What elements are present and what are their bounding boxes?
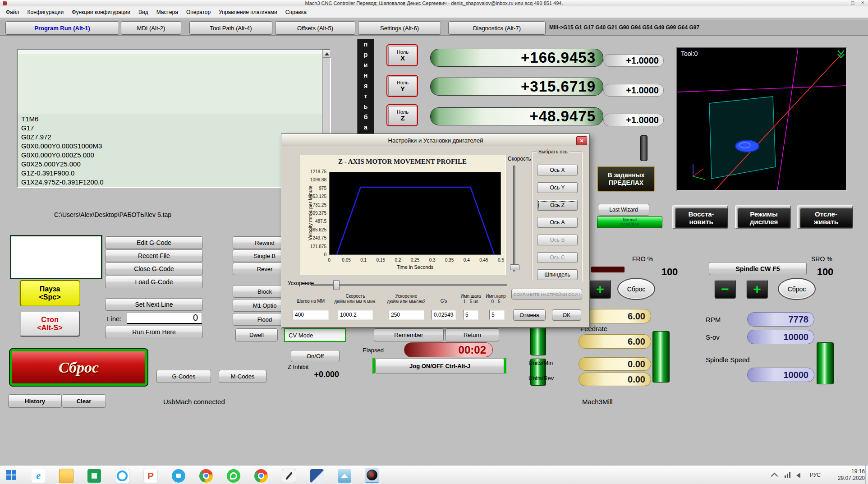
spindle-minus-button[interactable]: −	[714, 280, 736, 299]
line-number-field[interactable]: 0	[127, 312, 202, 324]
accept-axis-strip[interactable]: п р и н я т ь б а	[357, 39, 374, 134]
spindle-plus-button[interactable]: +	[746, 280, 768, 299]
axis-b-button[interactable]: Ось B	[537, 235, 578, 245]
menu-config[interactable]: Конфигурации	[23, 8, 68, 17]
follow-button[interactable]: Отсле- живать	[799, 207, 853, 228]
feed-plus-button[interactable]: +	[589, 280, 611, 299]
fro-value[interactable]: 100	[654, 266, 685, 278]
set-next-line-button[interactable]: Set Next Line	[105, 298, 203, 311]
dro-z-value[interactable]: +48.9475	[430, 107, 603, 125]
taskbar-mach3-icon-active[interactable]	[365, 468, 379, 483]
rpm-display[interactable]: 7778	[747, 312, 814, 327]
minimize-icon[interactable]: —	[840, 0, 845, 5]
accel-slider-thumb[interactable]	[333, 280, 340, 290]
taskbar-chrome-icon-2[interactable]	[254, 469, 268, 483]
axis-x-button[interactable]: Ось X	[537, 165, 578, 175]
toolpath-display[interactable]: Tool:0	[676, 47, 847, 191]
dialog-title-bar[interactable]: Настройки и Установки двигателей ✕	[282, 135, 589, 146]
units-min-display[interactable]: 0.00	[579, 357, 651, 371]
taskbar-blue-app-icon[interactable]	[310, 469, 324, 483]
taskbar-graphics-app-icon[interactable]	[282, 469, 296, 483]
dro-x-scale[interactable]: +1.0000	[603, 54, 664, 67]
zero-z-button[interactable]: НольZ	[386, 104, 418, 126]
clear-button[interactable]: Clear	[62, 394, 106, 408]
jog-toggle-button[interactable]: Jog ON/OFF Ctrl-Alt-J	[375, 359, 505, 373]
m-codes-button[interactable]: M-Codes	[219, 370, 266, 383]
start-button[interactable]	[6, 470, 16, 480]
dwell-button[interactable]: Dwell	[235, 328, 278, 341]
taskbar-green-app-icon[interactable]	[87, 469, 101, 483]
velocity-input[interactable]	[338, 310, 373, 320]
gcode-line[interactable]: G1Z-0.391F900.0	[18, 169, 323, 178]
tray-expand-caret[interactable]	[771, 473, 778, 480]
display-mode-button[interactable]: Режимы дисплея	[737, 207, 790, 228]
spindle-axis-button[interactable]: Шпиндель	[537, 269, 578, 280]
ok-button[interactable]: OK	[552, 309, 581, 321]
gcode-line[interactable]: G0X25.000Y25.000	[18, 160, 323, 169]
save-axis-settings-button[interactable]: СОХРАНИТЕ НАСТРОЙКИ ОСИ !	[511, 289, 582, 300]
tab-diagnostics[interactable]: Diagnostics (Alt-7)	[448, 21, 546, 35]
maximize-icon[interactable]: ▢	[850, 0, 854, 5]
tray-language[interactable]: РУС	[810, 472, 821, 478]
menu-plugin-control[interactable]: Управление плагинами	[215, 8, 281, 17]
tray-clock[interactable]: 19:16 29.07.2020	[829, 468, 865, 482]
axis-c-button[interactable]: Ось C	[537, 252, 578, 263]
dro-z-scale[interactable]: +1.0000	[603, 114, 664, 126]
tab-settings[interactable]: Settings (Alt-6)	[358, 21, 441, 35]
velocity-slider-track[interactable]	[513, 166, 515, 272]
gcode-listing[interactable]: T1M6 G17 G0Z7.972 G0X0.000Y0.000S1000M3 …	[18, 115, 323, 187]
spindle-speed-display[interactable]: 10000	[747, 368, 814, 382]
close-gcode-button[interactable]: Close G-Code	[105, 263, 203, 275]
show-desktop-sliver[interactable]	[865, 466, 868, 484]
gcode-line[interactable]: G0Z7.972	[18, 133, 323, 142]
dro-y-scale[interactable]: +1.0000	[603, 84, 664, 97]
onoff-button[interactable]: On/Off	[291, 350, 340, 362]
sov-display[interactable]: 10000	[747, 330, 814, 344]
taskbar-explorer-icon[interactable]	[59, 469, 73, 483]
stop-button[interactable]: Стоп <Alt-S>	[19, 310, 80, 337]
steps-per-mm-input[interactable]	[293, 310, 329, 320]
tray-network-icon[interactable]	[785, 472, 790, 478]
accel-slider-track[interactable]	[311, 284, 507, 286]
taskbar-chrome-icon[interactable]	[199, 469, 213, 483]
edit-gcode-button[interactable]: Edit G-Code	[105, 236, 203, 249]
axis-z-button[interactable]: Ось Z	[537, 200, 578, 211]
sro-value[interactable]: 100	[809, 266, 841, 278]
remember-button[interactable]: Remember	[374, 328, 444, 341]
step-pulse-input[interactable]	[463, 310, 478, 320]
axis-y-button[interactable]: Ось Y	[537, 182, 578, 193]
menu-config-functions[interactable]: Функции конфигурации	[68, 8, 134, 17]
taskbar-p-app-icon[interactable]: P	[143, 469, 158, 483]
taskbar-ie-icon[interactable]: e	[32, 469, 45, 483]
menu-wizards[interactable]: Мастера	[152, 8, 182, 17]
pause-button[interactable]: Пауза <Spc>	[19, 280, 80, 306]
cancel-button[interactable]: Отмена	[513, 309, 546, 321]
soft-limits-button[interactable]: В заданных ПРЕДЕЛАХ	[597, 166, 655, 192]
tab-program-run[interactable]: Program Run (Alt-1)	[5, 21, 119, 35]
tray-volume-icon[interactable]	[796, 473, 800, 478]
last-wizard-button[interactable]: Last Wizard	[598, 204, 649, 216]
run-from-here-button[interactable]: Run From Here	[105, 326, 203, 338]
close-icon[interactable]: ✕	[861, 0, 864, 5]
zero-x-button[interactable]: НольX	[386, 44, 418, 66]
tab-offsets[interactable]: Offsets (Alt-5)	[275, 21, 355, 35]
gcode-line[interactable]: G0X0.000Y0.000Z5.000	[18, 151, 323, 160]
recent-file-button[interactable]: Recent File	[105, 249, 203, 262]
reset-button[interactable]: Сброс	[10, 349, 147, 386]
dir-pulse-input[interactable]	[489, 310, 505, 320]
load-gcode-button[interactable]: Load G-Code	[105, 276, 203, 288]
units-rev-display[interactable]: 0.00	[579, 373, 651, 386]
taskbar-messenger-icon[interactable]	[172, 469, 185, 483]
dialog-close-icon[interactable]: ✕	[576, 136, 587, 145]
menu-help[interactable]: Справка	[281, 8, 311, 17]
taskbar-photos-icon[interactable]	[338, 469, 351, 483]
feedrate-display[interactable]: 6.00	[579, 334, 651, 349]
scroll-up-button[interactable]	[323, 50, 331, 58]
spindle-cw-button[interactable]: Spindle CW F5	[709, 262, 807, 275]
dro-y-value[interactable]: +315.6719	[430, 78, 603, 96]
tab-tool-path[interactable]: Tool Path (Alt-4)	[189, 21, 272, 35]
spindle-reset-button[interactable]: Сброс	[778, 278, 816, 300]
gcode-line[interactable]: G17	[18, 124, 323, 133]
velocity-slider-thumb[interactable]	[510, 264, 519, 270]
dro-x-value[interactable]: +166.9453	[430, 49, 603, 67]
